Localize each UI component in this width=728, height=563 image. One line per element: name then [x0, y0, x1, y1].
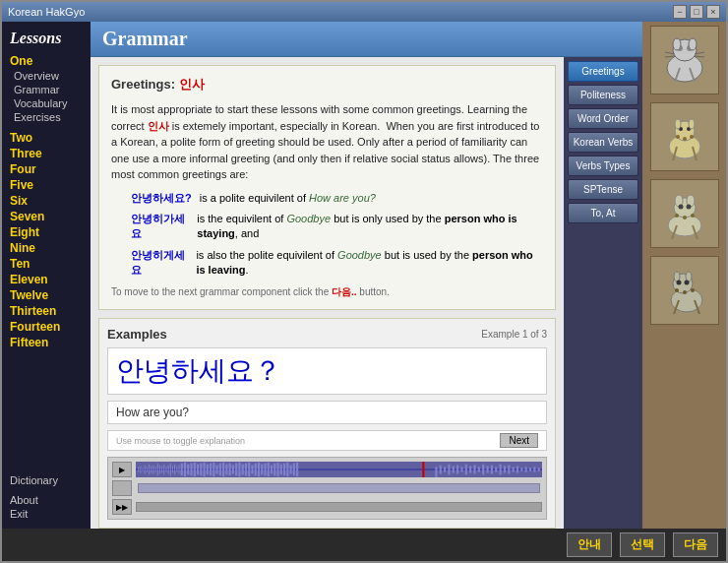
- sidebar-item-overview[interactable]: Overview: [2, 69, 91, 83]
- sidebar-item-eight[interactable]: Eight: [2, 224, 91, 240]
- cheetah-icon-3: [655, 261, 714, 320]
- svg-rect-77: [516, 467, 518, 473]
- svg-rect-44: [255, 464, 257, 475]
- svg-rect-24: [190, 464, 192, 475]
- nav-btn-greetings[interactable]: Greetings: [568, 61, 638, 82]
- daum-inline: 다음..: [332, 286, 357, 297]
- sidebar-item-fifteen[interactable]: Fifteen: [2, 335, 91, 350]
- svg-rect-43: [251, 466, 253, 474]
- sidebar-item-ten[interactable]: Ten: [2, 256, 91, 272]
- greeting-items: 안녕하세요? is a polite equivilent of How are…: [131, 191, 543, 279]
- svg-rect-71: [491, 466, 493, 474]
- svg-rect-51: [276, 463, 278, 476]
- example-mouse-hint: Use mouse to toggle explanation Next: [107, 430, 547, 451]
- select-button[interactable]: 선택: [620, 532, 665, 557]
- svg-rect-78: [520, 469, 522, 472]
- right-animals-panel: [642, 22, 726, 529]
- sidebar-item-one[interactable]: One: [2, 53, 91, 69]
- svg-rect-28: [203, 463, 205, 476]
- svg-rect-62: [453, 467, 455, 473]
- sidebar-item-seven[interactable]: Seven: [2, 209, 91, 224]
- svg-rect-45: [258, 463, 260, 476]
- sidebar-item-fourteen[interactable]: Fourteen: [2, 319, 91, 335]
- svg-rect-6: [149, 465, 150, 475]
- svg-rect-0: [136, 469, 542, 471]
- svg-rect-1: [138, 468, 139, 472]
- maximize-button[interactable]: □: [690, 5, 703, 19]
- svg-rect-50: [273, 464, 275, 475]
- nav-btn-korean-verbs[interactable]: Korean Verbs: [568, 132, 638, 153]
- sidebar-item-thirteen[interactable]: Thirteen: [2, 303, 91, 319]
- svg-rect-79: [525, 468, 527, 472]
- example-korean: 안녕하세요？: [107, 347, 547, 395]
- example-next-button[interactable]: Next: [500, 433, 538, 448]
- svg-rect-57: [296, 463, 298, 476]
- nav-btn-sptense[interactable]: SPTense: [568, 179, 638, 200]
- svg-rect-3: [143, 469, 144, 472]
- svg-rect-2: [140, 467, 141, 473]
- animal-box-4: [650, 256, 719, 325]
- next-button[interactable]: 다음: [673, 532, 718, 557]
- sidebar-item-about[interactable]: About: [10, 493, 83, 507]
- sidebar-item-two[interactable]: Two: [2, 130, 91, 146]
- sidebar-item-eleven[interactable]: Eleven: [2, 272, 91, 287]
- minimize-button[interactable]: −: [673, 5, 687, 19]
- svg-rect-17: [172, 467, 173, 473]
- svg-rect-35: [225, 465, 227, 475]
- sidebar-item-grammar[interactable]: Grammar: [2, 83, 91, 96]
- svg-rect-54: [286, 463, 288, 476]
- example-counter: Example 1 of 3: [481, 329, 547, 340]
- svg-point-102: [676, 135, 680, 139]
- svg-rect-32: [216, 466, 218, 474]
- svg-rect-39: [238, 463, 240, 476]
- greeting-korean-2: 안녕히가세요: [131, 212, 189, 242]
- nav-btn-verbs-types[interactable]: Verbs Types: [568, 156, 638, 176]
- sidebar-item-twelve[interactable]: Twelve: [2, 287, 91, 303]
- svg-point-88: [673, 38, 681, 50]
- sidebar-item-six[interactable]: Six: [2, 193, 91, 209]
- svg-point-114: [683, 216, 687, 219]
- nav-btn-politeness[interactable]: Politeness: [568, 85, 638, 105]
- nav-btn-to,-at[interactable]: To, At: [568, 203, 638, 223]
- svg-point-123: [684, 281, 689, 285]
- svg-point-100: [675, 119, 681, 129]
- sidebar-item-exit[interactable]: Exit: [10, 507, 83, 521]
- svg-point-121: [686, 272, 692, 282]
- audio-forward-row: ▶▶: [112, 499, 542, 515]
- sidebar-item-vocabulary[interactable]: Vocabulary: [2, 96, 91, 110]
- greeting-bold-2: person who is staying: [197, 213, 516, 239]
- svg-rect-80: [529, 469, 531, 472]
- svg-point-89: [689, 38, 697, 50]
- svg-rect-26: [197, 465, 199, 475]
- audio-forward-button[interactable]: ▶▶: [112, 499, 132, 515]
- audio-progress[interactable]: [138, 483, 540, 493]
- svg-rect-74: [504, 467, 506, 473]
- svg-point-124: [675, 288, 679, 292]
- greeting-trans-2: Goodbye: [286, 213, 331, 224]
- svg-rect-41: [245, 464, 247, 475]
- audio-slider-row: [112, 480, 542, 496]
- svg-rect-10: [157, 464, 158, 475]
- sidebar-item-exercises[interactable]: Exercises: [2, 110, 91, 124]
- svg-point-112: [686, 205, 691, 210]
- sidebar-item-four[interactable]: Four: [2, 161, 91, 177]
- examples-header: Examples Example 1 of 3: [107, 327, 547, 342]
- sidebar-item-nine[interactable]: Nine: [2, 240, 91, 256]
- info-button[interactable]: 안내: [567, 532, 612, 557]
- sidebar-item-five[interactable]: Five: [2, 177, 91, 193]
- svg-rect-9: [155, 468, 156, 472]
- svg-rect-59: [440, 466, 442, 474]
- intro-korean-1: 인사: [148, 120, 169, 132]
- sidebar-item-dictionary[interactable]: Dictionary: [10, 473, 83, 487]
- animal-box-3: [650, 179, 719, 248]
- svg-point-115: [691, 214, 695, 218]
- svg-rect-4: [145, 466, 146, 474]
- svg-rect-76: [513, 468, 515, 472]
- greeting-item-1: 안녕하세요? is a polite equivilent of How are…: [131, 191, 543, 206]
- nav-btn-word-order[interactable]: Word Order: [568, 108, 638, 129]
- sidebar-item-three[interactable]: Three: [2, 146, 91, 161]
- audio-rewind-button[interactable]: [112, 480, 132, 496]
- audio-play-button[interactable]: ▶: [112, 462, 132, 477]
- close-button[interactable]: ×: [706, 5, 720, 19]
- svg-point-104: [690, 135, 694, 139]
